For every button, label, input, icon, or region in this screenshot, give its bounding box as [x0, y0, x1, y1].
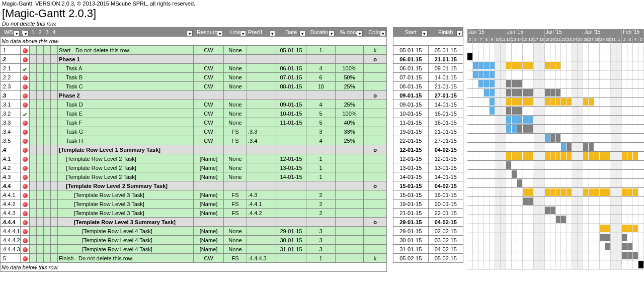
- resource-cell[interactable]: [Name]: [194, 154, 224, 163]
- gantt-cell[interactable]: [539, 107, 545, 115]
- num-cell[interactable]: [51, 127, 58, 136]
- gantt-cell[interactable]: [490, 170, 495, 178]
- gantt-cell[interactable]: [616, 143, 622, 151]
- task-name-cell[interactable]: [Template Row Level 2 Task]: [58, 154, 194, 163]
- gantt-cell[interactable]: [561, 97, 567, 106]
- task-name-cell[interactable]: [Template Row Level 3 Task]: [58, 190, 194, 200]
- finish-cell[interactable]: 14-01-15: [428, 73, 463, 82]
- gantt-cell[interactable]: [512, 125, 517, 133]
- gantt-cell[interactable]: [528, 170, 534, 178]
- gantt-cell[interactable]: [545, 206, 550, 215]
- table-row[interactable]: 19-01-15 20-01-15: [393, 200, 463, 209]
- task-name-cell[interactable]: Task C: [58, 82, 194, 91]
- pct-done-cell[interactable]: [336, 190, 364, 200]
- gantt-cell[interactable]: [594, 206, 600, 215]
- gantt-cell[interactable]: [572, 143, 578, 151]
- gantt-cell[interactable]: [605, 170, 611, 178]
- gantt-cell[interactable]: [583, 107, 589, 115]
- link-cell[interactable]: FS: [224, 200, 247, 209]
- gantt-cell[interactable]: [589, 197, 594, 206]
- gantt-cell[interactable]: [622, 125, 627, 133]
- resource-cell[interactable]: CW: [194, 46, 224, 55]
- ryg-cell[interactable]: [21, 209, 30, 218]
- start-cell[interactable]: 14-01-15: [393, 172, 429, 181]
- gantt-cell[interactable]: [495, 170, 501, 178]
- gantt-cell[interactable]: [633, 107, 638, 115]
- date-cell[interactable]: 05-01-15: [276, 46, 306, 55]
- num-cell[interactable]: [37, 136, 44, 145]
- ryg-cell[interactable]: [21, 154, 30, 163]
- gantt-cell[interactable]: [611, 260, 616, 269]
- gantt-cell[interactable]: [501, 242, 506, 251]
- num-cell[interactable]: [51, 236, 58, 245]
- date-cell[interactable]: 08-01-15: [276, 82, 306, 91]
- num-cell[interactable]: [44, 145, 51, 154]
- gantt-cell[interactable]: [478, 206, 484, 215]
- duration-cell[interactable]: 1: [306, 163, 336, 172]
- gantt-cell[interactable]: [528, 125, 534, 133]
- gantt-cell[interactable]: [528, 143, 534, 151]
- num-cell[interactable]: [44, 245, 51, 254]
- gantt-cell[interactable]: [517, 79, 523, 88]
- start-cell[interactable]: 05-02-15: [393, 254, 429, 263]
- gantt-row[interactable]: [467, 170, 644, 179]
- gantt-cell[interactable]: [501, 152, 506, 160]
- num-cell[interactable]: [30, 154, 37, 163]
- gantt-cell[interactable]: [589, 260, 594, 269]
- table-row[interactable]: .4.4.4.3 [Template Row Level 4 Task] [Na…: [1, 245, 387, 254]
- ryg-cell[interactable]: [21, 73, 30, 82]
- gantt-cell[interactable]: [611, 161, 616, 169]
- num-cell[interactable]: [30, 200, 37, 209]
- gantt-cell[interactable]: [567, 179, 572, 187]
- gantt-cell[interactable]: [605, 97, 611, 106]
- resource-cell[interactable]: CW: [194, 64, 224, 73]
- gantt-cell[interactable]: [638, 97, 644, 106]
- gantt-cell[interactable]: [567, 224, 572, 233]
- link-cell[interactable]: None: [224, 236, 247, 245]
- table-row[interactable]: 30-01-15 03-02-15: [393, 236, 463, 245]
- gantt-cell[interactable]: [627, 179, 633, 187]
- gantt-cell[interactable]: [528, 88, 534, 97]
- gantt-cell[interactable]: [567, 143, 572, 151]
- gantt-cell[interactable]: [506, 143, 512, 151]
- gantt-cell[interactable]: [556, 170, 561, 178]
- pct-done-cell[interactable]: [336, 200, 364, 209]
- gantt-cell[interactable]: [567, 170, 572, 178]
- num-cell[interactable]: [51, 46, 58, 55]
- color-cell[interactable]: [364, 127, 387, 136]
- gantt-cell[interactable]: [490, 251, 495, 260]
- gantt-cell[interactable]: [583, 206, 589, 215]
- finish-cell[interactable]: 04-02-15: [428, 245, 463, 254]
- col-n2[interactable]: 2: [37, 28, 44, 37]
- gantt-cell[interactable]: [622, 197, 627, 206]
- gantt-cell[interactable]: [556, 161, 561, 169]
- wbs-cell[interactable]: .4.4.2: [1, 200, 21, 209]
- date-cell[interactable]: [276, 190, 306, 200]
- link-cell[interactable]: None: [224, 154, 247, 163]
- gantt-cell[interactable]: [561, 206, 567, 215]
- gantt-cell[interactable]: [512, 61, 517, 70]
- gantt-cell[interactable]: [616, 188, 622, 196]
- gantt-cell[interactable]: [517, 233, 523, 242]
- task-name-cell[interactable]: [Template Row Level 2 Summary Task]: [58, 181, 194, 190]
- gantt-cell[interactable]: [495, 70, 501, 79]
- gantt-cell[interactable]: [611, 61, 616, 70]
- table-row[interactable]: 15-01-15 16-01-15: [393, 190, 463, 200]
- gantt-cell[interactable]: [556, 188, 561, 196]
- num-cell[interactable]: [51, 64, 58, 73]
- gantt-cell[interactable]: [473, 251, 478, 260]
- gantt-cell[interactable]: [484, 125, 490, 133]
- gantt-cell[interactable]: [517, 143, 523, 151]
- gantt-cell[interactable]: [539, 188, 545, 196]
- gantt-cell[interactable]: [578, 260, 583, 269]
- gantt-cell[interactable]: [528, 197, 534, 206]
- gantt-row[interactable]: [467, 116, 644, 125]
- num-cell[interactable]: [44, 218, 51, 227]
- resource-cell[interactable]: [194, 181, 224, 190]
- gantt-cell[interactable]: [550, 206, 556, 215]
- pred-cell[interactable]: [247, 145, 276, 154]
- gantt-row[interactable]: [467, 233, 644, 242]
- gantt-cell[interactable]: [622, 79, 627, 88]
- num-cell[interactable]: [44, 64, 51, 73]
- gantt-cell[interactable]: [501, 179, 506, 187]
